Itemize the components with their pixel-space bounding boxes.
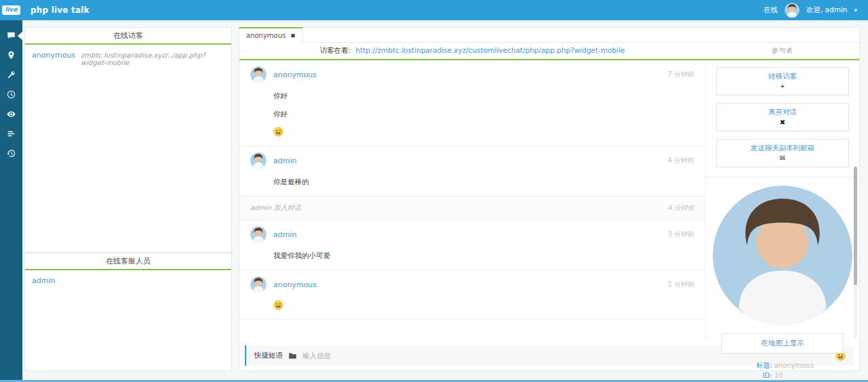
mail-icon: ✉ (721, 155, 844, 162)
chevron-down-icon[interactable]: ▾ (854, 7, 857, 14)
chat-window: anonymous ✖ 访客在看: http://zmbtc.lostinpar… (239, 27, 860, 371)
agent-list: admin (25, 270, 231, 291)
message-timestamp: 4 分钟前 (667, 156, 694, 165)
message-author[interactable]: admin (273, 156, 296, 165)
user-avatar[interactable] (785, 3, 800, 18)
chat-message: admin 4 分钟前 你是最棒的 (239, 146, 705, 196)
scrollbar-thumb[interactable] (854, 167, 857, 285)
message-timestamp: 3 分钟前 (667, 230, 694, 239)
message-author[interactable]: anonymous (273, 70, 317, 79)
visitor-viewing-url[interactable]: http://zmbtc.lostinparadise.xyz/customli… (355, 46, 625, 54)
visitor-list: anonymous zmbtc.lostinparadise.xyz/../ap… (25, 45, 231, 72)
close-icon: ✖ (721, 119, 844, 126)
message-text: 你好 (273, 91, 694, 101)
smiley-emoji-icon (273, 127, 283, 137)
action-label: 离开对话 (721, 108, 844, 117)
agent-name: admin (32, 276, 55, 285)
chat-info-bar: 访客在看: http://zmbtc.lostinparadise.xyz/cu… (239, 43, 859, 60)
visitor-info-panel: 在地图上显示 标题:anonymousID:10邮箱:no@e.mail.pro… (706, 177, 859, 382)
plus-icon: + (721, 83, 844, 90)
close-icon[interactable]: ✖ (290, 33, 296, 39)
message-avatar (250, 276, 267, 293)
sidebar-item-tools[interactable] (0, 65, 22, 85)
scrollbar-track[interactable] (854, 167, 857, 339)
online-visitors-panel: 在线访客 anonymous zmbtc.lostinparadise.xyz/… (24, 27, 232, 253)
message-text: 我爱你我的小可爱 (273, 251, 694, 261)
tab-anonymous[interactable]: anonymous ✖ (239, 27, 303, 43)
folder-icon[interactable] (288, 352, 297, 360)
visitor-field: ID:10 (713, 372, 852, 379)
chat-message: anonymous 7 分钟前 你好你好 (239, 60, 705, 146)
field-value: anonymous (774, 362, 852, 369)
visitor-list-item[interactable]: anonymous zmbtc.lostinparadise.xyz/../ap… (25, 45, 231, 72)
chat-message: admin 3 分钟前 我爱你我的小可爱 (239, 220, 705, 270)
app-title: php live talk (31, 5, 90, 15)
conversation-side-panel: 转移访客 + 离开对话 ✖ 发送聊天副本到邮箱 ✉ 在地图上显示 标题:anon… (705, 60, 859, 341)
system-message: admin 加入对话 4 分钟前 (239, 196, 705, 220)
quick-phrases-button[interactable]: 快捷短语 (254, 351, 283, 360)
chat-icon (7, 31, 16, 40)
top-bar: live php live talk 在线 欢迎, admin ▾ (0, 0, 868, 20)
clock-icon (7, 90, 16, 99)
smiley-emoji-icon (273, 300, 283, 310)
tab-label: anonymous (246, 32, 285, 39)
sidebar-item-stats[interactable] (0, 124, 22, 144)
online-agents-title: 在线客服人员 (25, 253, 231, 270)
sidebar-item-history[interactable] (0, 144, 22, 163)
side-nav (0, 20, 22, 382)
visitor-viewing-label: 访客在看: (319, 46, 351, 54)
sidebar-item-time[interactable] (0, 85, 22, 104)
conversation-actions: 转移访客 + 离开对话 ✖ 发送聊天副本到邮箱 ✉ (706, 60, 859, 177)
welcome-user-label: 欢迎, admin (806, 5, 848, 15)
message-timestamp: 4 分钟前 (667, 203, 694, 213)
visitor-current-url: zmbtc.lostinparadise.xyz/../app.php?widg… (81, 51, 224, 66)
tab-bar: anonymous ✖ (239, 28, 859, 43)
message-author[interactable]: admin (273, 230, 296, 239)
message-avatar (250, 152, 267, 169)
field-value: 10 (774, 372, 852, 379)
message-author[interactable]: anonymous (273, 280, 317, 289)
message-list: anonymous 7 分钟前 你好你好 admin 4 分钟前 你是最棒的 a… (239, 60, 705, 341)
action-label: 发送聊天副本到邮箱 (721, 144, 844, 153)
field-label: ID: (713, 372, 774, 379)
message-timestamp: 7 分钟前 (667, 70, 694, 79)
online-status-label: 在线 (764, 5, 778, 15)
wrench-icon (7, 70, 16, 79)
action-button[interactable]: 离开对话 ✖ (716, 103, 849, 131)
chat-message: anonymous 1 分钟前 (239, 270, 705, 320)
participants-label: 参与者 (705, 46, 859, 56)
history-icon (7, 149, 16, 158)
logo-speech-bubble-icon: live (2, 5, 20, 15)
app-logo[interactable]: live (0, 0, 22, 20)
online-visitors-title: 在线访客 (25, 28, 231, 45)
message-text: 你好 (273, 110, 694, 119)
message-avatar (250, 66, 267, 83)
location-icon (7, 51, 16, 60)
message-text: 你是最棒的 (273, 177, 694, 187)
stats-icon (7, 129, 16, 138)
field-label: 标题: (713, 362, 774, 369)
eye-icon (7, 110, 16, 119)
sidebar-item-map[interactable] (0, 45, 22, 65)
visitor-avatar (713, 186, 852, 325)
action-button[interactable]: 转移访客 + (716, 67, 849, 96)
show-on-map-button[interactable]: 在地图上显示 (722, 333, 844, 354)
sidebar-item-conversations[interactable] (0, 26, 22, 45)
visitor-field: 标题:anonymous (713, 362, 852, 369)
action-label: 转移访客 (721, 72, 844, 81)
visitor-detail-fields: 标题:anonymousID:10邮箱:no@e.mail.providedIP… (713, 362, 852, 382)
action-button[interactable]: 发送聊天副本到邮箱 ✉ (716, 139, 849, 167)
system-message-text: admin 加入对话 (250, 203, 301, 213)
online-agents-panel: 在线客服人员 admin (24, 253, 232, 371)
agent-list-item[interactable]: admin (25, 270, 231, 291)
visitor-name: anonymous (32, 51, 75, 60)
sidebar-item-monitor[interactable] (0, 104, 22, 124)
message-avatar (250, 226, 267, 242)
message-timestamp: 1 分钟前 (667, 280, 694, 289)
